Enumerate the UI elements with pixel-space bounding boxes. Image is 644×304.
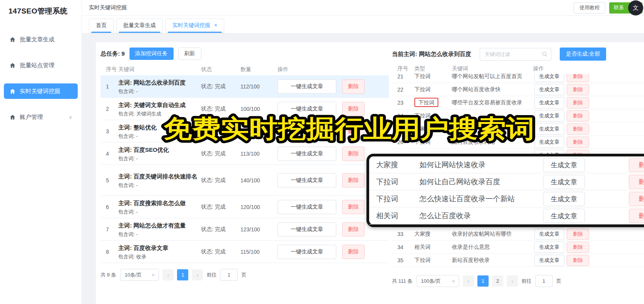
generate-article-button[interactable]: 生成文章 bbox=[543, 158, 585, 172]
delete-button[interactable]: 删除 bbox=[342, 102, 365, 116]
tab-close-icon[interactable]: × bbox=[214, 22, 217, 28]
goto-page-input[interactable] bbox=[535, 275, 553, 287]
help-button[interactable]: 使用教程 bbox=[574, 2, 605, 14]
delete-button[interactable]: 删除 bbox=[342, 222, 365, 236]
delete-button[interactable]: 删除 bbox=[629, 192, 644, 206]
row-keyword-cell: 主词: 关键词文章自动生成 包含词: 关键词生成 bbox=[118, 100, 200, 117]
generate-article-button[interactable]: 生成文章 bbox=[534, 255, 564, 266]
keyword-text: 怎么让百度收录 bbox=[419, 211, 471, 221]
sidebar-item[interactable]: 实时关键词挖掘 bbox=[4, 83, 78, 99]
keyword-text: 收录是什么意思 bbox=[452, 244, 490, 251]
row-number: 6 bbox=[106, 204, 109, 210]
next-page-button[interactable]: › bbox=[192, 269, 203, 280]
tab[interactable]: 批量文章生成 bbox=[116, 19, 163, 33]
main-area: 实时关键词挖掘 使用教程 联系 文 首页 批量文章生成 实时 bbox=[82, 0, 644, 304]
keyword-text: 哪个网站百度收录快 bbox=[452, 86, 501, 93]
keyword-text: 新站百度秒收录 bbox=[452, 257, 490, 264]
delete-button[interactable]: 删除 bbox=[567, 84, 589, 95]
goto-label: 前往 bbox=[206, 272, 216, 279]
delete-button[interactable]: 删除 bbox=[567, 97, 589, 108]
delete-button[interactable]: 删除 bbox=[629, 158, 644, 172]
table-row: 24 下拉词 生成文章 删除 bbox=[392, 109, 644, 122]
prev-page-button[interactable]: ‹ bbox=[463, 275, 474, 287]
generate-articles-button[interactable]: 一键生成文章 bbox=[278, 79, 336, 93]
page-number-button[interactable]: 1 bbox=[177, 269, 188, 280]
keyword-text: 如何百度收录网站 bbox=[452, 139, 495, 146]
chevron-down-icon: ∨ bbox=[68, 114, 72, 120]
generate-article-button[interactable]: 生成文章 bbox=[534, 84, 564, 95]
generate-articles-button[interactable]: 一键生成文章 bbox=[278, 245, 336, 259]
delete-button[interactable]: 删除 bbox=[342, 146, 365, 161]
translate-extension-icon[interactable]: 文 bbox=[628, 0, 643, 15]
generate-articles-button[interactable]: 一键生成文章 bbox=[278, 173, 336, 187]
delete-button[interactable]: 删除 bbox=[567, 123, 589, 134]
delete-button[interactable]: 删除 bbox=[567, 74, 589, 82]
generate-article-button[interactable]: 生成文章 bbox=[534, 110, 564, 121]
page-unit-label: 页 bbox=[241, 272, 246, 279]
contains-word: 包含词: - bbox=[118, 209, 200, 216]
delete-button[interactable]: 删除 bbox=[567, 110, 589, 121]
row-status: 状态: 完成 bbox=[201, 150, 226, 157]
generate-article-button[interactable]: 生成文章 bbox=[543, 192, 585, 206]
generate-article-button[interactable]: 生成文章 bbox=[534, 241, 564, 253]
generate-article-button[interactable]: 生成文章 bbox=[543, 209, 585, 223]
row-keyword-cell: 主词: 百度搜索排名怎么做 包含词: - bbox=[118, 198, 200, 215]
generate-articles-button[interactable]: 一键生成文章 bbox=[278, 102, 336, 116]
sidebar-item[interactable]: 批量站点管理 bbox=[4, 58, 78, 73]
page-number-button[interactable]: 2 bbox=[492, 275, 503, 287]
page-size-select[interactable]: 10条/页 ∨ bbox=[120, 269, 159, 281]
generate-article-button[interactable]: 生成文章 bbox=[534, 74, 564, 82]
delete-button[interactable]: 删除 bbox=[567, 241, 589, 253]
delete-button[interactable]: 删除 bbox=[342, 200, 365, 214]
inset-row: 下拉词 如何让自己网站收录百度 生成文章 删除 bbox=[369, 173, 644, 190]
generate-articles-button[interactable]: 一键生成文章 bbox=[278, 222, 336, 236]
add-task-button[interactable]: 添加挖词任务 bbox=[129, 48, 174, 60]
row-count: 112/100 bbox=[240, 83, 260, 90]
delete-button[interactable]: 删除 bbox=[342, 79, 365, 93]
keyword-type: 相关词 bbox=[414, 244, 431, 251]
keyword-filter bbox=[480, 48, 551, 61]
row-status: 状态: 完成 bbox=[201, 248, 226, 255]
delete-button[interactable]: 删除 bbox=[342, 245, 365, 259]
generate-article-button[interactable]: 生成文章 bbox=[534, 136, 564, 148]
generate-article-button[interactable]: 生成文章 bbox=[534, 228, 564, 239]
next-page-button[interactable]: › bbox=[507, 275, 518, 287]
keyword-type: 下拉词 bbox=[376, 177, 398, 187]
generate-article-button[interactable]: 生成文章 bbox=[534, 123, 564, 134]
generate-articles-button[interactable]: 一键生成文章 bbox=[278, 124, 336, 138]
tab[interactable]: 首页 bbox=[89, 19, 114, 33]
delete-button[interactable]: 删除 bbox=[567, 255, 589, 266]
delete-button[interactable]: 删除 bbox=[567, 228, 589, 239]
delete-button[interactable]: 删除 bbox=[342, 124, 365, 138]
sidebar-item[interactable]: 账户管理 ∨ bbox=[4, 109, 78, 125]
main-word: 主词: 网站怎么收录到百度 bbox=[118, 78, 200, 87]
page-number-button[interactable]: 1 bbox=[477, 275, 489, 287]
sidebar-item-label: 实时关键词挖掘 bbox=[20, 88, 60, 95]
col-ops: 操作 bbox=[533, 65, 544, 72]
prev-page-button[interactable]: ‹ bbox=[162, 269, 174, 280]
generate-articles-button[interactable]: 一键生成文章 bbox=[278, 200, 336, 214]
tab-bar: 首页 批量文章生成 实时关键词挖掘 × bbox=[82, 16, 644, 34]
delete-button[interactable]: 删除 bbox=[567, 136, 589, 148]
generate-article-button[interactable]: 生成文章 bbox=[534, 97, 564, 108]
page-size-select[interactable]: 100条/页 ∨ bbox=[417, 275, 459, 287]
keyword-filter-input[interactable] bbox=[480, 48, 551, 61]
row-count: 120/100 bbox=[240, 204, 260, 210]
row-number: 21 bbox=[397, 74, 404, 80]
goto-page-input[interactable] bbox=[220, 269, 238, 281]
delete-button[interactable]: 删除 bbox=[629, 209, 644, 223]
generate-articles-button[interactable]: 一键生成文章 bbox=[278, 146, 336, 161]
inset-row: 下拉词 怎么快速让百度收录一个新站 生成文章 删除 bbox=[369, 190, 644, 207]
generate-article-button[interactable]: 生成文章 bbox=[543, 175, 585, 189]
inset-row: 大家搜 如何让网站快速收录 生成文章 删除 bbox=[369, 156, 644, 173]
refresh-button[interactable]: 刷新 bbox=[178, 48, 201, 60]
generate-all-button[interactable]: 是否生成:全部 bbox=[560, 48, 606, 61]
sidebar-item[interactable]: 批量文章生成 bbox=[4, 32, 78, 47]
row-keyword-cell: 主词: 网站怎么收录到百度 包含词: - bbox=[118, 78, 200, 95]
delete-button[interactable]: 删除 bbox=[629, 175, 644, 189]
tab[interactable]: 实时关键词挖掘 × bbox=[165, 19, 224, 33]
keyword-text: 哪些平台发文容易被百度收录 bbox=[452, 99, 522, 106]
main-word: 主词: 百度收录文章 bbox=[118, 243, 200, 252]
keyword-type: 下拉词 bbox=[414, 86, 431, 93]
delete-button[interactable]: 删除 bbox=[342, 173, 365, 187]
